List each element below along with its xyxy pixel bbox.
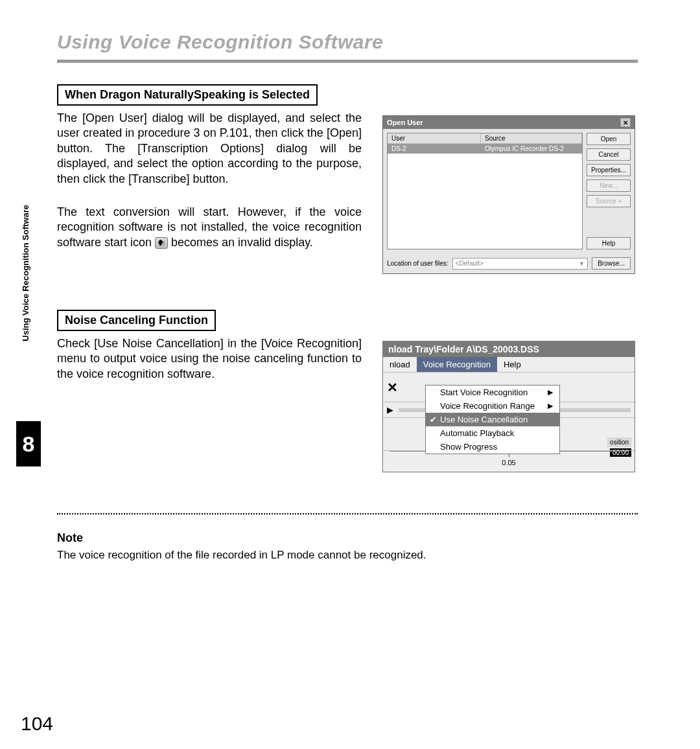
close-icon[interactable]: ✕ <box>620 118 631 127</box>
note-text: The voice recognition of the file record… <box>57 549 638 562</box>
cell-user: DS-2 <box>388 144 481 154</box>
para-dragon-2: The text conversion will start. However,… <box>57 205 362 250</box>
open-button[interactable]: Open <box>587 133 631 145</box>
app-titlebar: nload Tray\Folder A\DS_20003.DSS <box>383 341 635 357</box>
menu-voice-recognition[interactable]: Voice Recognition <box>417 357 497 372</box>
section-noise: Noise Canceling Function Check [Use Nois… <box>57 310 362 382</box>
check-icon: ✔ <box>430 415 437 424</box>
para-dragon-2b: becomes an invalid display. <box>168 236 313 249</box>
chapter-tab: 8 <box>16 421 41 467</box>
menu-nload[interactable]: nload <box>383 357 417 372</box>
location-value: <Default> <box>456 260 484 267</box>
menu-item-label: Automatic Playback <box>440 428 514 438</box>
menu-item-label: Start Voice Recognition <box>440 387 528 397</box>
position-label: osition <box>607 437 631 447</box>
voice-start-icon: 🗣 <box>155 237 168 249</box>
browse-button[interactable]: Browse... <box>592 257 631 270</box>
properties-button[interactable]: Properties... <box>587 164 631 176</box>
submenu-arrow-icon: ▶ <box>548 402 553 410</box>
menu-item-show-progress[interactable]: Show Progress <box>426 440 559 454</box>
ruler-tick: 0.05 <box>502 454 515 467</box>
menu-item-automatic-playback[interactable]: Automatic Playback <box>426 426 559 440</box>
dialog-title-text: Open User <box>387 119 423 126</box>
footer-label: Location of user files: <box>387 260 449 267</box>
dialog-buttons: Open Cancel Properties... New... Source … <box>587 133 631 249</box>
note-block: Note The voice recognition of the file r… <box>57 531 638 562</box>
submenu-arrow-icon: ▶ <box>548 388 553 397</box>
open-user-dialog: Open User ✕ User Source DS-2 Olympus IC … <box>382 115 635 274</box>
page-number: 104 <box>21 713 53 735</box>
user-list-row[interactable]: DS-2 Olympus IC Recorder DS-2 <box>388 144 582 154</box>
menu-item-label: Voice Recognition Range <box>440 401 535 411</box>
cancel-button[interactable]: Cancel <box>587 148 631 161</box>
para-dragon-1: The [Open User] dialog will be displayed… <box>57 111 362 187</box>
help-button[interactable]: Help <box>587 237 631 249</box>
menu-item-use-noise-cancellation[interactable]: ✔ Use Noise Cancellation <box>426 413 559 426</box>
voice-recognition-dropdown: Start Voice Recognition ▶ Voice Recognit… <box>425 385 560 454</box>
location-dropdown[interactable]: <Default> ▼ <box>452 258 589 270</box>
col-source: Source <box>481 133 582 143</box>
play-icon[interactable]: ▶ <box>387 405 393 415</box>
heading-dragon: When Dragon NaturallySpeaking is Selecte… <box>57 84 318 106</box>
side-running-head: Using Voice Recognition Software <box>21 205 30 341</box>
menu-item-start-voice-recognition[interactable]: Start Voice Recognition ▶ <box>426 386 559 399</box>
user-list-header: User Source <box>388 133 582 144</box>
menu-help[interactable]: Help <box>497 357 528 372</box>
menu-item-label: Show Progress <box>440 442 497 452</box>
col-user: User <box>388 133 481 143</box>
close-icon[interactable]: ✕ <box>387 380 398 395</box>
menu-item-voice-recognition-range[interactable]: Voice Recognition Range ▶ <box>426 399 559 413</box>
heading-noise: Noise Canceling Function <box>57 310 216 331</box>
title-rule <box>57 60 638 63</box>
chevron-down-icon: ▼ <box>579 260 585 267</box>
note-heading: Note <box>57 531 638 545</box>
source-button[interactable]: Source > <box>587 195 631 207</box>
para-noise: Check [Use Noise Cancellation] in the [V… <box>57 336 362 382</box>
dialog-titlebar: Open User ✕ <box>383 116 635 129</box>
user-list[interactable]: User Source DS-2 Olympus IC Recorder DS-… <box>387 133 583 249</box>
divider-dotted <box>57 513 638 514</box>
menubar: nload Voice Recognition Help <box>383 357 635 373</box>
menu-item-label: Use Noise Cancellation <box>440 415 528 424</box>
new-button[interactable]: New... <box>587 179 631 192</box>
section-dragon: When Dragon NaturallySpeaking is Selecte… <box>57 84 362 250</box>
page-title: Using Voice Recognition Software <box>57 31 383 53</box>
cell-source: Olympus IC Recorder DS-2 <box>481 144 582 154</box>
